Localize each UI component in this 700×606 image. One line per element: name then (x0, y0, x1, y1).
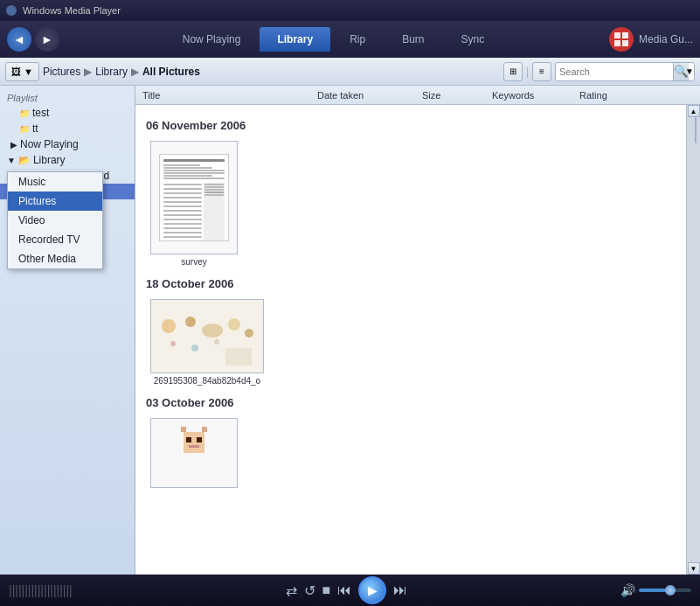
player-bar: |||||||||||||||||||| ⇄ ↺ ■ ⏮ ▶ ⏭ 🔊 (0, 575, 700, 606)
scroll-down-button[interactable]: ▼ (688, 562, 700, 575)
player-controls: ⇄ ↺ ■ ⏮ ▶ ⏭ (80, 576, 613, 604)
breadcrumb-current: All Pictures (142, 66, 200, 78)
breadcrumb-pictures[interactable]: Pictures (43, 66, 80, 78)
thumbnail-label: 269195308_84ab82b4d4_o (154, 376, 260, 386)
scrollbar[interactable]: ▲ ▼ (686, 105, 700, 575)
category-dropdown-menu: Music Pictures Video Recorded TV Other M… (7, 171, 103, 269)
col-header-size[interactable]: Size (422, 90, 492, 101)
play-button[interactable]: ▶ (358, 576, 386, 604)
volume-slider[interactable] (639, 589, 691, 592)
column-headers: Title Date taken Size Keywords Rating (135, 86, 700, 105)
tab-rip[interactable]: Rip (332, 27, 383, 52)
scroll-thumb[interactable] (695, 117, 697, 143)
svg-rect-4 (622, 32, 628, 38)
main-area: Music Pictures Video Recorded TV Other M… (0, 86, 700, 575)
svg-point-9 (185, 317, 196, 327)
playlist-label: Playlist (0, 89, 135, 105)
tab-library[interactable]: Library (260, 27, 330, 52)
svg-rect-21 (181, 427, 186, 432)
app-icon (5, 4, 17, 17)
list-item[interactable]: 269195308_84ab82b4d4_o (146, 299, 268, 386)
col-header-date[interactable]: Date taken (317, 90, 422, 101)
date-header-2: 18 October 2006 (142, 270, 679, 296)
view-mode-button[interactable]: ⊞ (503, 62, 523, 81)
repeat-button[interactable]: ↺ (304, 582, 315, 599)
search-options-button[interactable]: ▼ (685, 62, 694, 81)
search-input[interactable] (559, 66, 673, 77)
dropdown-item-recorded-tv[interactable]: Recorded TV (8, 230, 102, 249)
svg-point-12 (245, 329, 253, 338)
folder-icon: 📁 (19, 124, 30, 134)
svg-point-1 (9, 8, 14, 13)
dropdown-item-pictures[interactable]: Pictures (8, 192, 102, 211)
prev-button[interactable]: ⏮ (337, 582, 351, 598)
stop-button[interactable]: ■ (322, 582, 331, 598)
breadcrumb: Pictures ▶ Library ▶ All Pictures (43, 66, 500, 78)
vinyl-icon: |||||||||||||||||||| (9, 583, 73, 597)
view-sep: | (526, 66, 529, 78)
volume-area: 🔊 (620, 583, 691, 597)
back-button[interactable]: ◄ (7, 27, 31, 52)
breadcrumb-sep-2: ▶ (131, 66, 139, 78)
dropdown-arrow-icon: ▼ (24, 66, 33, 77)
next-button[interactable]: ⏭ (393, 582, 407, 598)
breadcrumb-library[interactable]: Library (95, 66, 128, 78)
svg-point-15 (191, 345, 198, 352)
svg-rect-18 (186, 437, 191, 442)
dropdown-item-music[interactable]: Music (8, 172, 102, 192)
col-header-keywords[interactable]: Keywords (492, 90, 579, 101)
colorful-thumb-svg (151, 300, 263, 373)
dropdown-item-other-media[interactable]: Other Media (8, 249, 102, 268)
list-item[interactable] (146, 418, 242, 488)
shuffle-button[interactable]: ⇄ (286, 582, 297, 599)
title-bar: Windows Media Player (0, 0, 700, 21)
svg-point-8 (162, 319, 176, 333)
sidebar: Playlist 📁 test 📁 tt ▶ Now Playing ▼ 📂 L… (0, 86, 135, 575)
windows-logo (607, 25, 635, 53)
nav-tabs: Now Playing Library Rip Burn Sync (63, 27, 604, 52)
view-icon: 🖼 (11, 66, 21, 77)
sidebar-label-library: Library (33, 154, 66, 166)
content-wrapper: Title Date taken Size Keywords Rating 06… (135, 86, 700, 575)
tab-burn[interactable]: Burn (385, 27, 441, 52)
svg-rect-22 (202, 427, 207, 432)
collapse-icon: ▼ (7, 156, 16, 165)
folder-icon: 📁 (19, 108, 30, 118)
svg-rect-13 (225, 348, 252, 366)
sidebar-label-test: test (32, 107, 49, 119)
tab-media-guide[interactable]: Media Gu... (639, 33, 693, 45)
volume-icon: 🔊 (620, 583, 635, 597)
sort-button[interactable]: ≡ (532, 62, 551, 81)
svg-point-11 (228, 318, 240, 331)
category-dropdown-button[interactable]: 🖼 ▼ (5, 62, 39, 81)
svg-rect-2 (609, 27, 634, 52)
svg-rect-20 (189, 445, 199, 448)
content-area: 06 November 2006 (135, 105, 686, 575)
svg-point-16 (214, 339, 219, 345)
content-scroll: 06 November 2006 (135, 105, 686, 498)
svg-rect-3 (614, 32, 620, 38)
volume-knob[interactable] (665, 585, 676, 596)
svg-point-14 (170, 341, 176, 346)
sidebar-label-now-playing: Now Playing (20, 138, 79, 150)
play-icon: ▶ (10, 140, 17, 150)
tab-sync[interactable]: Sync (444, 27, 502, 52)
list-item[interactable]: survey (146, 141, 242, 267)
forward-button[interactable]: ► (35, 27, 59, 52)
svg-rect-6 (622, 40, 628, 46)
dropdown-item-video[interactable]: Video (8, 211, 102, 230)
tab-now-playing[interactable]: Now Playing (165, 27, 259, 52)
col-header-rating[interactable]: Rating (579, 90, 693, 101)
sidebar-item-library[interactable]: ▼ 📂 Library (0, 152, 135, 168)
sidebar-item-now-playing[interactable]: ▶ Now Playing (0, 136, 135, 152)
thumbnail-frame (150, 418, 238, 488)
col-header-title[interactable]: Title (142, 90, 317, 101)
svg-rect-5 (614, 40, 620, 46)
sidebar-item-tt[interactable]: 📁 tt (0, 121, 135, 136)
play-icon: ▶ (368, 583, 378, 597)
scroll-up-button[interactable]: ▲ (688, 105, 700, 117)
sidebar-label-tt: tt (32, 122, 38, 135)
library-folder-icon: 📂 (18, 155, 31, 166)
sidebar-item-test[interactable]: 📁 test (0, 105, 135, 121)
thumbnail-frame (150, 141, 238, 254)
